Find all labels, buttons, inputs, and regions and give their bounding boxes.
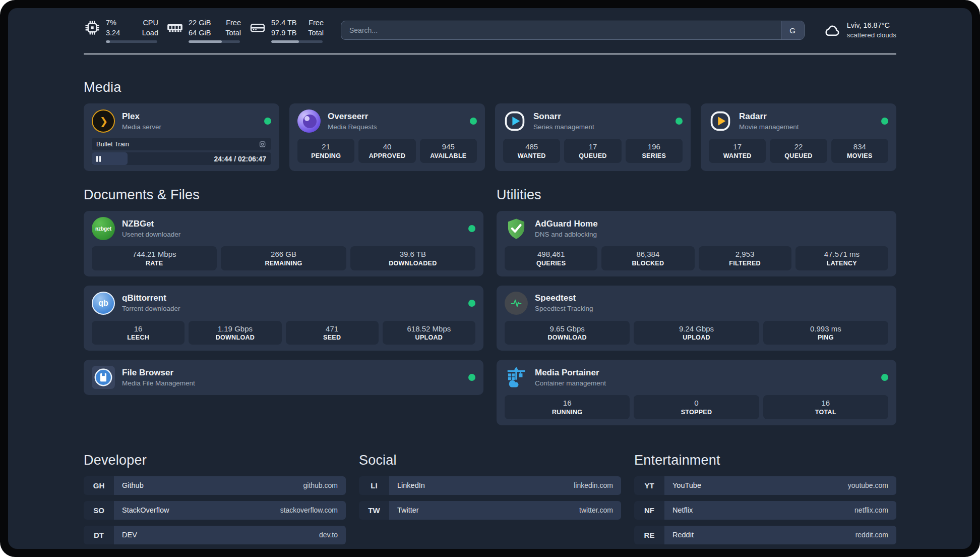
stat-value: 16 <box>94 324 182 334</box>
cpu-percent: 7% <box>106 18 133 28</box>
weather-widget: Lviv, 16.87°C scattered clouds <box>823 20 896 40</box>
overseerr-card[interactable]: Overseerr Media Requests 21 PENDING 40 A… <box>289 103 485 171</box>
cpu-load-label: Load <box>138 28 158 38</box>
portainer-card[interactable]: Media Portainer Container management 16 … <box>497 360 896 425</box>
stat-value: 17 <box>566 142 619 152</box>
bookmark-dev[interactable]: DT DEV dev.to <box>84 526 346 544</box>
stat-label: MOVIES <box>833 152 886 159</box>
bookmark-twitter[interactable]: TW Twitter twitter.com <box>359 501 621 520</box>
stat-box: 0.993 ms PING <box>763 321 888 345</box>
stat-label: PENDING <box>299 152 352 159</box>
disk-free-value: 52.4 TB <box>271 18 298 28</box>
service-title: Media Portainer <box>535 367 606 378</box>
plex-card[interactable]: ❯ Plex Media server Bullet Train <box>84 103 279 171</box>
plex-now-playing: Bullet Train 24:44 / 02:06:47 <box>92 138 271 165</box>
qbittorrent-icon: qb <box>92 292 115 315</box>
pause-icon[interactable] <box>96 156 101 162</box>
bookmark-github[interactable]: GH Github github.com <box>84 476 346 495</box>
service-title: NZBGet <box>122 218 180 230</box>
stat-box: 22 QUEUED <box>770 139 827 163</box>
stat-box: 744.21 Mbps RATE <box>92 246 217 270</box>
memory-widget: 22 GiB 64 GiB Free Total <box>166 18 241 43</box>
stat-label: WANTED <box>505 152 558 159</box>
filebrowser-card[interactable]: File Browser Media File Management <box>84 360 483 395</box>
stat-box: 16 LEECH <box>92 321 185 345</box>
stat-box: 471 SEED <box>286 321 379 345</box>
bookmark-abbr: GH <box>84 476 114 495</box>
stat-label: LATENCY <box>798 260 886 267</box>
disk-total-label: Total <box>303 28 324 38</box>
qbittorrent-card[interactable]: qb qBittorrent Torrent downloader 16 LEE… <box>84 286 483 351</box>
section-header-documents: Documents & Files <box>84 187 483 203</box>
cpu-load-value: 3.24 <box>106 28 133 38</box>
stat-box: 17 WANTED <box>709 139 766 163</box>
bookmark-abbr: SO <box>84 501 114 520</box>
section-header-social: Social <box>359 453 621 468</box>
stat-box: 86,384 BLOCKED <box>601 246 694 270</box>
now-playing-title: Bullet Train <box>96 140 129 148</box>
stat-box: 9.24 Gbps UPLOAD <box>634 321 759 345</box>
bookmark-netflix[interactable]: NF Netflix netflix.com <box>634 501 896 520</box>
utilities-column: Utilities <box>497 187 896 425</box>
nzbget-icon: nzbget <box>92 217 115 240</box>
radarr-card[interactable]: Radarr Movie management 17 WANTED 22 QUE… <box>701 103 896 171</box>
stat-value: 471 <box>288 324 377 334</box>
service-title: Overseerr <box>328 111 377 122</box>
nzbget-card[interactable]: nzbget NZBGet Usenet downloader 744.21 M… <box>84 211 483 276</box>
video-camera-icon <box>259 140 267 148</box>
radarr-icon <box>709 109 732 133</box>
bookmark-url: github.com <box>303 481 338 489</box>
adguard-card[interactable]: AdGuard Home DNS and adblocking 498,461 … <box>497 211 896 276</box>
playback-progress-bar[interactable]: 24:44 / 02:06:47 <box>92 152 271 165</box>
weather-location: Lviv, 16.87°C <box>847 20 896 30</box>
developer-column: Developer GH Github github.com SO StackO… <box>84 453 346 549</box>
service-subtitle: Usenet downloader <box>122 230 180 239</box>
stat-label: AVAILABLE <box>422 152 475 159</box>
stat-box: 196 SERIES <box>626 139 683 163</box>
sonarr-card[interactable]: Sonarr Series management 485 WANTED 17 Q… <box>495 103 691 171</box>
search-provider-button[interactable]: G <box>781 21 804 39</box>
bookmarks-grid: Developer GH Github github.com SO StackO… <box>84 453 896 549</box>
bookmark-url: netflix.com <box>854 506 888 514</box>
speedtest-card[interactable]: Speedtest Speedtest Tracking 9.65 Gbps D… <box>497 286 896 351</box>
stat-label: SEED <box>288 334 377 341</box>
memory-icon <box>166 19 183 36</box>
stat-value: 0 <box>636 398 757 408</box>
service-subtitle: Container management <box>535 379 606 388</box>
status-dot <box>468 374 475 381</box>
status-dot <box>264 118 271 125</box>
cpu-widget: 7% 3.24 CPU Load <box>84 18 158 43</box>
status-dot <box>470 118 477 125</box>
bookmark-url: linkedin.com <box>574 481 613 489</box>
bookmark-stackoverflow[interactable]: SO StackOverflow stackoverflow.com <box>84 501 346 520</box>
section-header-entertainment: Entertainment <box>634 453 896 468</box>
stat-label: UPLOAD <box>385 334 473 341</box>
stat-value: 40 <box>360 142 413 152</box>
stat-box: 17 QUEUED <box>564 139 621 163</box>
bookmark-linkedin[interactable]: LI LinkedIn linkedin.com <box>359 476 621 495</box>
stat-value: 485 <box>505 142 558 152</box>
bookmark-name: Netflix <box>672 506 693 514</box>
service-title: AdGuard Home <box>535 218 598 230</box>
memory-free-value: 22 GiB <box>189 18 216 28</box>
bookmark-name: DEV <box>122 531 137 539</box>
stat-box: 498,461 QUERIES <box>505 246 597 270</box>
bookmark-youtube[interactable]: YT YouTube youtube.com <box>634 476 896 495</box>
social-column: Social LI LinkedIn linkedin.com TW Twitt… <box>359 453 621 549</box>
stat-box: 1.19 Gbps DOWNLOAD <box>189 321 281 345</box>
entertainment-column: Entertainment YT YouTube youtube.com NF … <box>634 453 896 549</box>
stat-label: SERIES <box>628 152 681 159</box>
bookmark-reddit[interactable]: RE Reddit reddit.com <box>634 526 896 544</box>
middle-grid: Documents & Files nzbget NZBGet Usenet d… <box>84 187 896 425</box>
stat-box: 40 APPROVED <box>358 139 415 163</box>
playback-time: 24:44 / 02:06:47 <box>214 155 266 163</box>
bookmark-name: Reddit <box>672 531 694 539</box>
search-input[interactable] <box>341 21 781 39</box>
search-bar: G <box>341 21 805 40</box>
stat-label: DOWNLOAD <box>191 334 279 341</box>
stat-label: WANTED <box>711 152 764 159</box>
service-title: Speedtest <box>535 293 593 304</box>
stat-label: REMAINING <box>223 260 344 267</box>
stat-value: 744.21 Mbps <box>94 249 215 259</box>
topbar-divider <box>84 53 896 54</box>
